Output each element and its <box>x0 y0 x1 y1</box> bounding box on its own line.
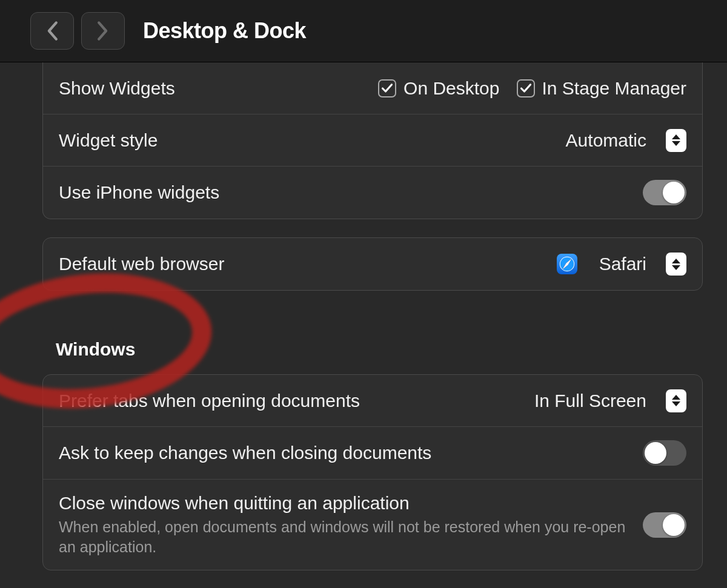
close-windows-row: Close windows when quitting an applicati… <box>43 480 702 570</box>
windows-heading: Windows <box>56 339 703 360</box>
iphone-widgets-toggle[interactable] <box>643 180 686 205</box>
close-windows-label: Close windows when quitting an applicati… <box>59 493 640 514</box>
updown-icon <box>666 253 686 276</box>
widget-style-value: Automatic <box>566 130 646 151</box>
prefer-tabs-row: Prefer tabs when opening documents In Fu… <box>43 375 702 427</box>
toggle-knob <box>645 442 666 464</box>
browser-group: Default web browser Safari <box>42 237 703 291</box>
content-area: Show Widgets On Desktop In Stage Manager <box>0 62 727 588</box>
safari-icon <box>557 254 577 274</box>
ask-changes-label: Ask to keep changes when closing documen… <box>59 443 431 463</box>
on-desktop-label: On Desktop <box>403 78 499 99</box>
widget-style-select[interactable]: Automatic <box>566 129 686 152</box>
ask-changes-row: Ask to keep changes when closing documen… <box>43 427 702 480</box>
prefer-tabs-select[interactable]: In Full Screen <box>534 389 686 412</box>
settings-window: Desktop & Dock Show Widgets On Desktop <box>0 0 727 588</box>
default-browser-label: Default web browser <box>59 254 224 274</box>
close-windows-toggle[interactable] <box>643 512 686 538</box>
toggle-knob <box>663 514 685 536</box>
iphone-widgets-row: Use iPhone widgets <box>43 167 702 219</box>
in-stage-manager-checkbox[interactable] <box>517 79 535 97</box>
iphone-widgets-label: Use iPhone widgets <box>59 182 219 203</box>
widget-style-label: Widget style <box>59 130 158 151</box>
default-browser-row: Default web browser Safari <box>43 238 702 290</box>
chevron-left-icon <box>45 21 59 41</box>
prefer-tabs-label: Prefer tabs when opening documents <box>59 391 360 411</box>
widget-style-row: Widget style Automatic <box>43 114 702 167</box>
on-desktop-checkbox-wrap[interactable]: On Desktop <box>378 78 499 99</box>
updown-icon <box>666 389 686 412</box>
default-browser-value: Safari <box>599 254 646 274</box>
updown-icon <box>666 129 686 152</box>
in-stage-manager-label: In Stage Manager <box>542 78 687 99</box>
page-title: Desktop & Dock <box>143 18 306 44</box>
titlebar: Desktop & Dock <box>0 0 727 62</box>
ask-changes-toggle[interactable] <box>643 440 686 466</box>
check-icon <box>520 82 532 94</box>
toggle-knob <box>663 182 685 203</box>
check-icon <box>381 82 393 94</box>
default-browser-select[interactable]: Safari <box>557 253 686 276</box>
show-widgets-label: Show Widgets <box>59 78 175 99</box>
widgets-group: Show Widgets On Desktop In Stage Manager <box>42 62 703 219</box>
on-desktop-checkbox[interactable] <box>378 79 396 97</box>
close-windows-desc: When enabled, open documents and windows… <box>59 517 640 557</box>
show-widgets-row: Show Widgets On Desktop In Stage Manager <box>43 62 702 114</box>
prefer-tabs-value: In Full Screen <box>534 391 646 411</box>
in-stage-manager-checkbox-wrap[interactable]: In Stage Manager <box>517 78 687 99</box>
forward-button[interactable] <box>81 12 125 50</box>
back-button[interactable] <box>30 12 74 50</box>
windows-group: Prefer tabs when opening documents In Fu… <box>42 374 703 570</box>
chevron-right-icon <box>96 21 110 41</box>
